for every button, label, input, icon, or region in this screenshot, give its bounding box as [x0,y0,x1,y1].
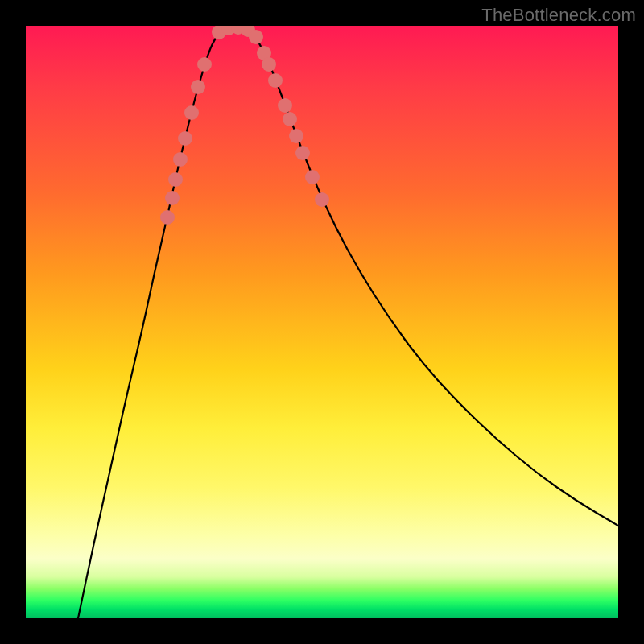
bottleneck-curve [78,26,618,618]
bottom-cluster-marker [249,30,263,44]
right-cluster-marker [278,98,292,113]
right-cluster-marker [268,73,283,88]
right-cluster-marker [262,57,276,72]
plot-area [26,26,618,618]
right-cluster-marker [295,146,310,160]
right-cluster-marker [315,192,329,207]
left-cluster-marker [197,57,212,72]
curve-right [235,26,618,526]
data-markers [160,26,329,225]
left-cluster-marker [178,131,192,146]
right-cluster-marker [305,170,320,184]
left-cluster-marker [168,172,183,187]
right-cluster-marker [283,112,297,126]
chart-svg [26,26,618,618]
right-cluster-marker [289,129,303,143]
left-cluster-marker [160,210,175,225]
left-cluster-marker [191,80,205,94]
curve-left [78,26,235,618]
watermark-text: TheBottleneck.com [481,5,636,26]
left-cluster-marker [173,152,188,167]
left-cluster-marker [184,105,199,120]
left-cluster-marker [165,191,180,205]
chart-frame: TheBottleneck.com [0,0,644,644]
